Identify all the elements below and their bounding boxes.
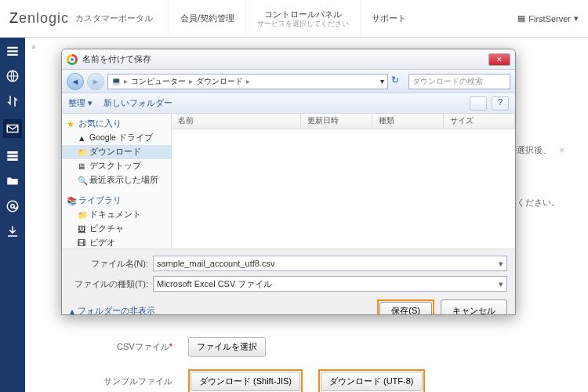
address-bar[interactable]: 💻▸ コンピューター▸ ダウンロード▸ ▾ <box>107 74 388 89</box>
expand-icon[interactable]: ▴ <box>70 306 74 316</box>
chevron-down-icon: ▾ <box>574 13 579 24</box>
download-utf8-button[interactable]: ダウンロード (UTF-8) <box>321 372 423 391</box>
dialog-close-button[interactable]: ✕ <box>488 53 510 66</box>
file-list[interactable]: 名前 更新日時 種類 サイズ <box>172 114 515 249</box>
download-sjis-button[interactable]: ダウンロード (Shift-JIS) <box>191 372 300 391</box>
svg-rect-6 <box>7 155 18 158</box>
sample-file-label: サンプルファイル <box>94 376 172 387</box>
folder-icon: 📁 <box>78 210 87 220</box>
help-button[interactable]: ? <box>492 96 509 111</box>
nav-control-panel[interactable]: コントロールパネルサービスを選択してください <box>245 0 360 38</box>
filename-input[interactable]: sample_mail_account_utf8.csv <box>153 256 507 271</box>
choose-file-button[interactable]: ファイルを選択 <box>188 337 266 357</box>
list-header: 名前 更新日時 種類 サイズ <box>172 114 515 129</box>
close-icon[interactable]: × <box>560 145 564 154</box>
star-icon: ★ <box>67 119 76 129</box>
save-button[interactable]: 保存(S) <box>379 302 432 315</box>
tree-item[interactable]: 📁ドキュメント <box>62 208 171 222</box>
sidebar <box>0 38 25 392</box>
tree-item[interactable]: 🖥デスクトップ <box>62 159 171 173</box>
dialog-titlebar[interactable]: 名前を付けて保存 ✕ <box>62 49 515 70</box>
dialog-title: 名前を付けて保存 <box>82 53 151 65</box>
folder-tree[interactable]: ★お気に入り ▲Google ドライブ 📁ダウンロード 🖥デスクトップ 🔍最近表… <box>62 114 172 249</box>
folder-icon: 📁 <box>78 147 87 157</box>
list-icon[interactable] <box>5 149 20 163</box>
csv-file-label: CSVファイル* <box>94 341 172 353</box>
download-icon[interactable] <box>5 224 20 238</box>
svg-rect-7 <box>7 158 18 161</box>
recent-icon: 🔍 <box>78 176 87 185</box>
at-icon[interactable] <box>5 199 20 213</box>
mail-icon[interactable] <box>3 119 22 138</box>
search-input[interactable]: ダウンロードの検索 <box>408 74 510 89</box>
nav-support[interactable]: サポート <box>360 0 417 38</box>
breadcrumb: » <box>31 42 36 51</box>
cancel-button[interactable]: キャンセル <box>441 299 507 315</box>
tree-item[interactable]: 🎞ビデオ <box>62 236 171 249</box>
tree-item[interactable]: 🖼ピクチャ <box>62 222 171 236</box>
organize-menu[interactable]: 整理 ▾ <box>68 97 93 109</box>
tree-item-downloads[interactable]: 📁ダウンロード <box>62 145 171 159</box>
refresh-icon[interactable]: ↻ <box>391 74 405 89</box>
portal-label: カスタマーポータル <box>75 13 153 24</box>
globe-icon[interactable] <box>5 69 20 83</box>
computer-icon: 💻 <box>111 77 121 85</box>
view-button[interactable] <box>470 96 487 111</box>
filename-label: ファイル名(N): <box>70 258 148 270</box>
filetype-select[interactable]: Microsoft Excel CSV ファイル <box>153 276 507 292</box>
video-icon: 🎞 <box>78 238 87 248</box>
form-area: CSVファイル* ファイルを選択 サンプルファイル ダウンロード (Shift-… <box>94 337 425 392</box>
library-icon: 📚 <box>67 196 76 205</box>
transfer-icon[interactable] <box>5 94 20 108</box>
new-folder-button[interactable]: 新しいフォルダー <box>103 97 172 109</box>
svg-rect-1 <box>7 50 18 52</box>
chrome-icon <box>67 54 78 65</box>
tree-item[interactable]: 🔍最近表示した場所 <box>62 173 171 187</box>
nav-membership[interactable]: 会員/契約管理 <box>169 0 245 38</box>
picture-icon: 🖼 <box>78 224 87 234</box>
hide-folders-link[interactable]: フォルダーの非表示 <box>78 305 155 315</box>
dialog-bottom: ファイル名(N): sample_mail_account_utf8.csv フ… <box>62 249 515 315</box>
svg-rect-5 <box>7 151 18 154</box>
svg-rect-0 <box>7 47 18 49</box>
dialog-toolbar: 整理 ▾ 新しいフォルダー ? <box>62 93 515 114</box>
save-as-dialog: 名前を付けて保存 ✕ ◄ ► 💻▸ コンピューター▸ ダウンロード▸ ▾ ↻ ダ… <box>61 49 516 315</box>
tree-item[interactable]: ▲Google ドライブ <box>62 131 171 145</box>
menu-icon[interactable] <box>5 44 20 58</box>
dialog-nav: ◄ ► 💻▸ コンピューター▸ ダウンロード▸ ▾ ↻ ダウンロードの検索 <box>62 70 515 93</box>
svg-point-8 <box>7 201 18 212</box>
back-button[interactable]: ◄ <box>67 73 84 90</box>
folder-icon[interactable] <box>5 174 20 188</box>
top-header: Zenlogic カスタマーポータル 会員/契約管理 コントロールパネルサービス… <box>0 0 588 38</box>
filetype-label: ファイルの種類(T): <box>70 278 148 290</box>
drive-icon: ▲ <box>78 133 87 143</box>
user-menu[interactable]: ▦FirstServer▾ <box>517 13 579 24</box>
forward-button[interactable]: ► <box>87 73 104 90</box>
logo: Zenlogic <box>9 10 69 27</box>
svg-rect-2 <box>7 54 18 56</box>
server-icon: ▦ <box>517 13 525 24</box>
desktop-icon: 🖥 <box>78 162 87 171</box>
